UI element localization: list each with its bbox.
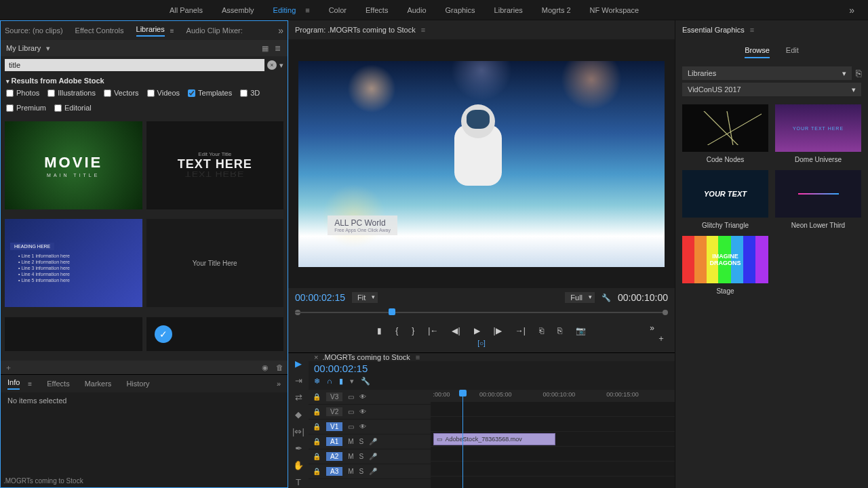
- eg-item-dome-universe[interactable]: Dome Universe: [775, 104, 861, 163]
- go-to-out-icon[interactable]: →|: [515, 326, 526, 336]
- filter-illustrations[interactable]: Illustrations: [47, 89, 96, 97]
- eg-tab-edit[interactable]: Edit: [786, 46, 799, 58]
- comparison-view-icon[interactable]: [○]: [477, 340, 486, 347]
- clip-adobestock[interactable]: ▭ AdobeStock_78363568.mov: [433, 433, 555, 445]
- sequence-close-icon[interactable]: ×: [314, 353, 318, 361]
- ws-editing-menu-icon[interactable]: ≡: [305, 6, 309, 14]
- eg-item-neon-lower-third[interactable]: Neon Lower Third: [775, 170, 861, 229]
- filter-photos[interactable]: Photos: [6, 89, 39, 97]
- eg-import-icon[interactable]: ⎘: [856, 68, 861, 79]
- eg-source-dropdown[interactable]: Libraries▾: [682, 66, 852, 80]
- timeline-playhead[interactable]: [462, 390, 463, 488]
- stock-thumb-partial-1[interactable]: [5, 317, 142, 351]
- tab-audio-mixer[interactable]: Audio Clip Mixer:: [186, 26, 243, 35]
- tab-info[interactable]: Info: [7, 378, 20, 390]
- timeline-wrench-icon[interactable]: 🔧: [361, 377, 370, 386]
- preview-icon[interactable]: ◉: [262, 363, 269, 371]
- mark-out-icon[interactable]: }: [412, 326, 414, 336]
- delete-icon[interactable]: 🗑: [276, 363, 283, 371]
- eg-item-glitchy-triangle[interactable]: YOUR TEXT Glitchy Triangle: [682, 170, 768, 229]
- ws-nf[interactable]: NF Workspace: [590, 6, 639, 14]
- search-dropdown-icon[interactable]: ▾: [279, 61, 283, 70]
- transport-overflow-icon[interactable]: »: [650, 323, 654, 333]
- track-select-tool-icon[interactable]: ⇥: [295, 375, 302, 386]
- program-menu-icon[interactable]: ≡: [421, 26, 425, 34]
- ws-effects[interactable]: Effects: [366, 6, 388, 14]
- ws-mogrts2[interactable]: Mogrts 2: [542, 6, 571, 14]
- stock-thumb-movie[interactable]: MOVIE MAIN TITLE: [5, 121, 142, 209]
- track-a2[interactable]: [431, 462, 675, 476]
- timeline-track-area[interactable]: :00:00 00:00:05:00 00:00:10:00 00:00:15:…: [431, 390, 675, 488]
- filter-3d[interactable]: 3D: [240, 89, 260, 97]
- go-to-in-icon[interactable]: |←: [428, 326, 438, 336]
- stock-thumb-blue-list[interactable]: HEADING HERE • Line 1 information here •…: [5, 219, 142, 307]
- stock-thumb-text-here[interactable]: Edit Your Title TEXT HERE TEXT HERE: [146, 121, 284, 209]
- tab-history[interactable]: History: [126, 380, 149, 388]
- filter-editorial[interactable]: Editorial: [54, 104, 92, 112]
- ripple-edit-tool-icon[interactable]: ⇄: [295, 392, 302, 403]
- track-a3[interactable]: [431, 476, 675, 488]
- ws-audio[interactable]: Audio: [407, 6, 426, 14]
- track-header-v1[interactable]: 🔒V1▭👁: [309, 420, 431, 434]
- export-frame-icon[interactable]: 📷: [576, 326, 586, 336]
- program-scrubber[interactable]: [295, 308, 668, 317]
- tab-source[interactable]: Source: (no clips): [5, 26, 63, 35]
- filter-videos[interactable]: Videos: [147, 89, 180, 97]
- filter-templates[interactable]: Templates: [188, 89, 232, 97]
- eg-item-stage[interactable]: Stage: [682, 236, 768, 295]
- zoom-fit-dropdown[interactable]: Fit: [352, 292, 378, 303]
- stock-thumb-your-title[interactable]: Your Title Here: [146, 219, 284, 307]
- linked-selection-icon[interactable]: ∩: [327, 377, 332, 386]
- library-selector[interactable]: My Library ▦ ≣: [1, 40, 288, 56]
- add-to-library-icon[interactable]: ＋: [5, 363, 12, 373]
- program-timecode-current[interactable]: 00:00:02:15: [295, 292, 345, 303]
- track-v1[interactable]: ▭ AdobeStock_78363568.mov: [431, 432, 675, 447]
- ws-editing[interactable]: Editing: [273, 6, 296, 14]
- filter-premium[interactable]: Premium: [6, 104, 46, 112]
- eg-tab-browse[interactable]: Browse: [745, 46, 770, 58]
- track-header-a2[interactable]: 🔒A2MS🎤: [309, 449, 431, 464]
- list-view-icon[interactable]: ≣: [273, 43, 282, 53]
- settings-wrench-icon[interactable]: 🔧: [601, 293, 611, 302]
- extract-icon[interactable]: ⎘: [557, 326, 562, 336]
- ws-assembly[interactable]: Assembly: [222, 6, 254, 14]
- info-tabs-overflow-icon[interactable]: »: [277, 380, 281, 388]
- track-v2[interactable]: [431, 417, 675, 432]
- track-header-a3[interactable]: 🔒A3MS🎤: [309, 464, 431, 479]
- filter-vectors[interactable]: Vectors: [104, 89, 139, 97]
- track-a1[interactable]: [431, 447, 675, 462]
- timeline-menu-icon[interactable]: ≡: [416, 353, 420, 361]
- track-header-a1[interactable]: 🔒A1MS🎤: [309, 434, 431, 449]
- hand-tool-icon[interactable]: ✋: [293, 460, 304, 470]
- stock-results-title[interactable]: Results from Adobe Stock: [6, 77, 282, 85]
- tab-effects-panel[interactable]: Effects: [47, 380, 69, 388]
- ws-graphics[interactable]: Graphics: [446, 6, 475, 14]
- panel-tabs-overflow-icon[interactable]: »: [278, 25, 283, 36]
- pen-tool-icon[interactable]: ✒: [295, 443, 302, 453]
- tab-info-menu-icon[interactable]: ≡: [28, 380, 32, 388]
- track-v3[interactable]: [431, 402, 675, 417]
- sequence-name[interactable]: .MOGRTs coming to Stock: [322, 353, 410, 361]
- grid-view-icon[interactable]: ▦: [260, 43, 270, 53]
- selection-tool-icon[interactable]: ▶: [295, 359, 302, 369]
- library-search-input[interactable]: [5, 59, 264, 71]
- razor-tool-icon[interactable]: ◆: [295, 409, 302, 420]
- step-forward-icon[interactable]: |▶: [494, 326, 502, 336]
- stock-thumb-partial-2[interactable]: ✓: [146, 317, 284, 351]
- eg-item-code-nodes[interactable]: Code Nodes: [682, 104, 768, 163]
- type-tool-icon[interactable]: T: [296, 477, 301, 487]
- program-playhead[interactable]: [389, 308, 395, 315]
- resolution-dropdown[interactable]: Full: [565, 292, 595, 303]
- mark-in-icon[interactable]: {: [395, 326, 398, 336]
- lift-icon[interactable]: ⎗: [539, 326, 544, 336]
- play-icon[interactable]: ▶: [474, 326, 480, 336]
- track-header-v3[interactable]: 🔒V3▭👁: [309, 390, 431, 405]
- snap-icon[interactable]: ❄: [314, 377, 320, 386]
- search-clear-icon[interactable]: ×: [267, 60, 277, 70]
- program-viewer[interactable]: ALL PC World Free Apps One Click Away: [288, 39, 675, 288]
- add-marker-tl-icon[interactable]: ▮: [339, 377, 343, 386]
- essential-graphics-menu-icon[interactable]: ≡: [750, 26, 754, 34]
- ws-libraries[interactable]: Libraries: [494, 6, 523, 14]
- tab-effect-controls[interactable]: Effect Controls: [75, 26, 124, 35]
- ws-all-panels[interactable]: All Panels: [170, 6, 203, 14]
